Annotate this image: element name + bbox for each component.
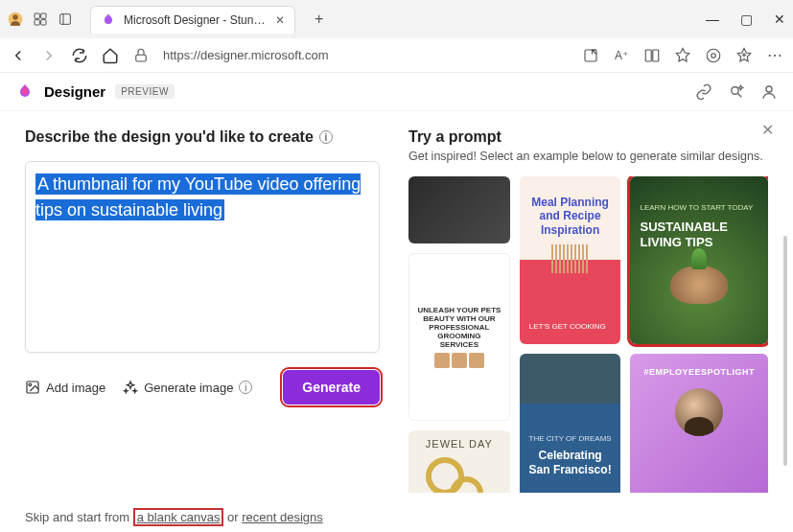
svg-rect-3: [41, 13, 46, 18]
prompt-card-3[interactable]: Meal Planning and Recipe Inspiration LET…: [520, 176, 621, 344]
try-heading: Try a prompt: [408, 128, 768, 146]
forward-icon: [40, 47, 58, 64]
tab-title: Microsoft Designer - Stunning d: [124, 13, 268, 27]
prompt-text: A thumbnail for my YouTube video offerin…: [35, 173, 361, 220]
svg-point-19: [29, 383, 32, 386]
home-icon[interactable]: [102, 47, 119, 64]
read-aloud-icon[interactable]: A⁺: [613, 47, 630, 64]
favorite-icon[interactable]: [674, 47, 691, 64]
card3-text: Meal Planning and Recipe Inspiration: [527, 196, 614, 237]
info-icon[interactable]: i: [319, 130, 333, 144]
skip-text: Skip and start from a blank canvas or re…: [25, 510, 323, 524]
create-heading: Describe the design you'd like to create…: [25, 128, 380, 146]
svg-point-13: [711, 53, 716, 58]
svg-rect-2: [35, 13, 39, 18]
sparkles-icon: [123, 380, 138, 395]
svg-rect-5: [41, 20, 46, 25]
tab-favicon-icon: [101, 12, 116, 28]
prompt-card-2[interactable]: UNLEASH YOUR PETS BEAUTY WITH OUR PROFES…: [408, 253, 510, 421]
close-panel-icon[interactable]: ✕: [761, 121, 774, 139]
prompt-card-1[interactable]: [408, 176, 510, 243]
account-icon[interactable]: [760, 83, 778, 101]
tab-close-icon[interactable]: ✕: [275, 13, 285, 27]
app-header: Designer PREVIEW: [0, 73, 793, 111]
skip-mid: or: [223, 510, 242, 524]
designer-logo-icon: [15, 82, 35, 102]
svg-rect-9: [585, 50, 596, 61]
info-icon-2[interactable]: i: [239, 381, 252, 394]
card6-sub: THE CITY OF DREAMS: [529, 434, 612, 443]
link-icon[interactable]: [695, 83, 712, 101]
try-pane: Try a prompt Get inspired! Select an exa…: [408, 128, 768, 515]
prompt-card-6[interactable]: THE CITY OF DREAMS Celebrating San Franc…: [520, 354, 621, 493]
refresh-icon[interactable]: [71, 47, 88, 64]
svg-rect-6: [60, 14, 71, 25]
svg-rect-10: [645, 50, 651, 61]
more-icon[interactable]: ⋯: [766, 47, 783, 64]
split-icon[interactable]: [643, 47, 661, 64]
try-subtext: Get inspired! Select an example below to…: [408, 150, 768, 163]
close-window-icon[interactable]: ✕: [774, 12, 785, 27]
card6-text: Celebrating San Francisco!: [527, 449, 614, 478]
svg-point-16: [732, 86, 739, 94]
svg-point-12: [707, 49, 720, 62]
new-tab-button[interactable]: +: [315, 11, 323, 28]
tab-actions-icon[interactable]: [58, 12, 73, 27]
prompt-grid: UNLEASH YOUR PETS BEAUTY WITH OUR PROFES…: [408, 176, 768, 493]
maximize-icon[interactable]: ▢: [740, 12, 753, 27]
recent-designs-link[interactable]: recent designs: [242, 510, 323, 524]
sparkle-icon[interactable]: [728, 83, 745, 101]
url-text[interactable]: https://designer.microsoft.com: [163, 48, 329, 62]
lock-icon[interactable]: [132, 47, 150, 64]
generate-button[interactable]: Generate: [283, 370, 380, 405]
address-bar: https://designer.microsoft.com A⁺ ⋯: [0, 38, 793, 73]
workspaces-icon[interactable]: [33, 12, 48, 27]
main-content: ✕ Describe the design you'd like to crea…: [0, 111, 793, 532]
prompt-card-5[interactable]: JEWEL DAY: [408, 430, 510, 493]
add-image-button[interactable]: Add image: [25, 380, 105, 395]
app-name: Designer: [44, 83, 105, 100]
card2-text: UNLEASH YOUR PETS BEAUTY WITH OUR PROFES…: [417, 306, 501, 349]
create-heading-text: Describe the design you'd like to create: [25, 128, 314, 146]
browser-tab[interactable]: Microsoft Designer - Stunning d ✕: [90, 6, 295, 34]
preview-badge: PREVIEW: [115, 84, 175, 99]
collections-icon[interactable]: [735, 47, 753, 64]
extensions-icon[interactable]: [705, 47, 722, 64]
svg-point-1: [12, 14, 17, 19]
prompt-textarea[interactable]: A thumbnail for my YouTube video offerin…: [25, 161, 380, 353]
svg-point-17: [766, 86, 772, 92]
blank-canvas-link[interactable]: a blank canvas: [133, 508, 224, 526]
scrollbar[interactable]: [783, 236, 787, 466]
prompt-card-4[interactable]: LEARN HOW TO START TODAY SUSTAINABLE LIV…: [630, 176, 768, 344]
card5-text: JEWEL DAY: [426, 438, 493, 450]
card4-label: LEARN HOW TO START TODAY: [640, 203, 753, 212]
generate-image-button[interactable]: Generate image i: [123, 380, 252, 395]
image-icon: [25, 380, 40, 395]
card4-text: SUSTAINABLE LIVING TIPS: [640, 220, 768, 249]
skip-prefix: Skip and start from: [25, 510, 133, 524]
card3-cta: LET'S GET COOKING: [529, 322, 606, 331]
add-image-label: Add image: [46, 381, 105, 395]
browser-titlebar: Microsoft Designer - Stunning d ✕ + — ▢ …: [0, 0, 793, 38]
share-icon[interactable]: [582, 47, 599, 64]
card7-text: #EMPLOYEESPOTLIGHT: [643, 367, 755, 377]
profile-icon[interactable]: [8, 12, 23, 27]
prompt-card-7[interactable]: #EMPLOYEESPOTLIGHT: [630, 354, 768, 493]
svg-rect-4: [35, 20, 39, 25]
minimize-icon[interactable]: —: [706, 12, 719, 27]
back-icon[interactable]: [10, 47, 27, 64]
svg-rect-11: [653, 50, 659, 61]
generate-image-label: Generate image: [144, 381, 233, 395]
svg-rect-8: [136, 55, 147, 61]
create-pane: Describe the design you'd like to create…: [25, 128, 380, 515]
